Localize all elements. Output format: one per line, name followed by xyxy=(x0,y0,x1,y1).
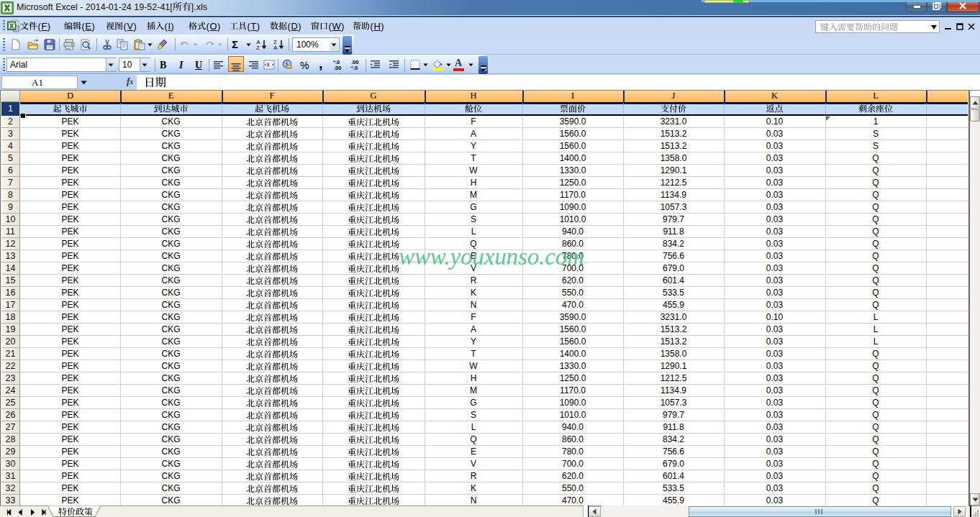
svg-text:.0: .0 xyxy=(353,65,358,70)
svg-text:A: A xyxy=(273,45,278,50)
svg-text:a: a xyxy=(267,62,270,67)
svg-text:Z: Z xyxy=(256,45,260,50)
svg-text:.00: .00 xyxy=(334,65,341,70)
